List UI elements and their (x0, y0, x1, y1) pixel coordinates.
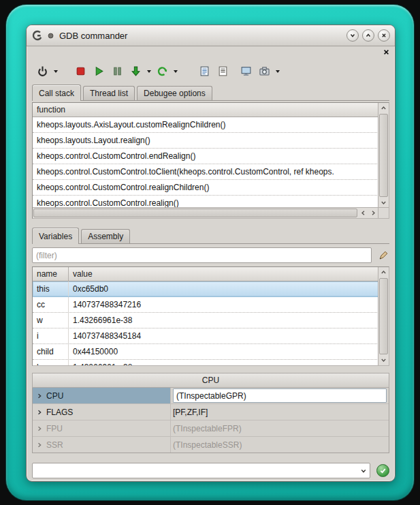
expander-chevron-icon[interactable] (35, 408, 44, 416)
maximize-button[interactable] (362, 29, 374, 42)
titlebar[interactable]: GDB commander (27, 25, 395, 46)
chevron-up-icon (365, 32, 372, 39)
filter-input[interactable] (32, 247, 372, 263)
variable-row[interactable]: this 0xc65db0 (33, 281, 378, 297)
decorative-teal-frame: GDB commander (6, 5, 414, 500)
call-stack-row[interactable]: kheops.control.CustomControl.endRealign(… (33, 149, 378, 164)
close-button[interactable] (378, 29, 390, 42)
cpu-row[interactable]: CPU (33, 388, 389, 404)
cpu-row[interactable]: FPU (TInspectableFPR) (33, 420, 389, 437)
column-header-value[interactable]: value (69, 269, 378, 279)
scroll-down-button[interactable] (378, 198, 389, 208)
tab-call-stack[interactable]: Call stack (32, 85, 81, 101)
tab-variables[interactable]: Variables (32, 228, 79, 244)
power-button[interactable] (33, 62, 51, 80)
gdb-commander-window: GDB commander (26, 25, 395, 482)
variable-value: 0xc65db0 (69, 281, 378, 296)
variable-row[interactable]: i 140737488345184 (33, 328, 378, 344)
snapshot-menu-button[interactable] (274, 62, 281, 80)
call-stack-row[interactable]: kheops.control.CustomControl.realignChil… (33, 180, 378, 196)
call-stack-panel: function kheops.layouts.AxisLayout.custo… (32, 102, 389, 219)
variable-name: this (33, 281, 69, 296)
variable-row[interactable]: b 1.43266961e-38 (33, 360, 378, 365)
step-over-menu-button[interactable] (172, 62, 179, 80)
scroll-up-button[interactable] (378, 267, 389, 277)
call-stack-column-header[interactable]: function (33, 103, 378, 117)
variable-row[interactable]: w 1.43266961e-38 (33, 313, 378, 328)
monitor-icon (240, 65, 252, 77)
stop-button[interactable] (71, 62, 89, 80)
call-stack-row[interactable]: kheops.layouts.AxisLayout.customRealignC… (33, 117, 378, 133)
command-row (32, 463, 389, 478)
cpu-row-name-cell: CPU (33, 388, 171, 403)
call-stack-row[interactable]: kheops.layouts.Layout.realign() (33, 133, 378, 149)
variable-value: 0x44150000 (69, 344, 378, 359)
watch-window-button[interactable] (237, 62, 255, 80)
pen-hand-icon (378, 250, 389, 261)
step-over-button[interactable] (153, 62, 171, 80)
scroll-left-button[interactable] (358, 208, 368, 218)
command-dropdown-button[interactable] (358, 464, 369, 477)
expander-chevron-icon[interactable] (35, 392, 44, 400)
power-menu-button[interactable] (52, 62, 59, 80)
command-combobox[interactable] (32, 463, 370, 478)
variable-name: child (33, 344, 69, 359)
step-into-button[interactable] (127, 62, 144, 80)
step-into-menu-button[interactable] (145, 62, 152, 80)
call-stack-row[interactable]: kheops.control.CustomControl.toClient(kh… (33, 164, 378, 180)
dropdown-chevron-icon (174, 70, 178, 75)
scroll-thumb[interactable] (33, 209, 357, 217)
confirm-button[interactable] (376, 464, 389, 477)
expander-chevron-icon[interactable] (35, 425, 44, 433)
curved-arrow-icon (157, 65, 168, 77)
cpu-row-value-cell: (TInspectableFPR) (171, 420, 389, 436)
tab-thread-list[interactable]: Thread list (83, 86, 135, 100)
run-button[interactable] (90, 62, 108, 80)
cpu-row[interactable]: SSR (TInspectableSSR) (33, 437, 389, 453)
cpu-value-editor[interactable] (173, 388, 387, 403)
variable-row[interactable]: child 0x44150000 (33, 344, 378, 360)
document-button[interactable] (195, 62, 213, 80)
step-down-arrow-icon (130, 65, 142, 77)
play-icon (93, 65, 105, 77)
cpu-row-label: FPU (46, 424, 63, 433)
scroll-right-button[interactable] (368, 208, 378, 218)
expander-chevron-icon[interactable] (35, 441, 44, 449)
dock-close-button[interactable] (382, 48, 391, 57)
list-icon (217, 65, 229, 77)
tab-assembly[interactable]: Assembly (81, 229, 130, 243)
variables-vertical-scrollbar[interactable] (378, 267, 389, 365)
call-stack-horizontal-scrollbar[interactable] (33, 207, 378, 218)
scroll-down-button[interactable] (378, 355, 389, 365)
cpu-row-label: FLAGS (46, 408, 73, 417)
variable-row[interactable]: cc 140737488347216 (33, 297, 378, 313)
pause-button[interactable] (108, 62, 126, 80)
variable-value: 1.43266961e-38 (69, 313, 378, 328)
column-header-name[interactable]: name (33, 267, 69, 281)
check-icon (379, 467, 387, 474)
command-input[interactable] (32, 463, 370, 478)
scroll-thumb[interactable] (379, 114, 388, 197)
call-stack-vertical-scrollbar[interactable] (378, 103, 389, 208)
minimize-button[interactable] (346, 29, 359, 42)
variable-name: w (33, 313, 69, 328)
cpu-row-value-cell (171, 388, 389, 403)
dropdown-chevron-icon (54, 70, 58, 75)
chevron-right-icon (370, 210, 376, 216)
chevron-left-icon (360, 210, 366, 216)
list-button[interactable] (214, 62, 231, 80)
document-icon (199, 65, 210, 77)
close-icon (383, 49, 389, 55)
filter-edit-button[interactable] (377, 249, 389, 262)
cpu-row[interactable]: FLAGS [PF,ZF,IF] (33, 404, 389, 420)
scroll-thumb[interactable] (379, 278, 388, 354)
scroll-up-button[interactable] (378, 103, 389, 113)
snapshot-button[interactable] (255, 62, 273, 80)
call-stack-row[interactable]: kheops.control.CustomControl.realign() (33, 196, 378, 208)
cpu-row-label: SSR (46, 440, 63, 450)
filter-row (32, 247, 389, 263)
variables-panel: name value this 0xc65db0 cc 140737488347… (32, 266, 389, 366)
dock-header (27, 46, 395, 57)
tab-debugee-options[interactable]: Debugee options (137, 86, 212, 100)
chevron-up-icon (381, 105, 387, 111)
